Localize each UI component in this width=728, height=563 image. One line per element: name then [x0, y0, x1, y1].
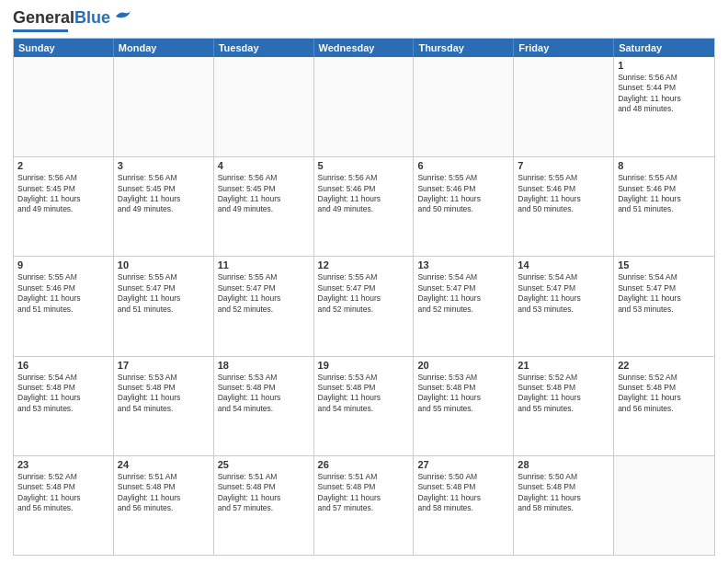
- day-cell-22: 22Sunrise: 5:52 AMSunset: 5:48 PMDayligh…: [614, 357, 714, 455]
- day-info: Sunrise: 5:54 AMSunset: 5:47 PMDaylight:…: [618, 272, 711, 315]
- day-info: Sunrise: 5:51 AMSunset: 5:48 PMDaylight:…: [318, 472, 410, 514]
- day-cell-13: 13Sunrise: 5:54 AMSunset: 5:47 PMDayligh…: [414, 257, 514, 355]
- day-number: 22: [618, 360, 711, 371]
- day-number: 11: [218, 259, 310, 270]
- day-number: 25: [218, 459, 310, 470]
- day-info: Sunrise: 5:55 AMSunset: 5:46 PMDaylight:…: [518, 173, 609, 215]
- weekday-header-monday: Monday: [114, 39, 214, 57]
- day-number: 28: [518, 459, 609, 470]
- day-cell-23: 23Sunrise: 5:52 AMSunset: 5:48 PMDayligh…: [14, 456, 114, 555]
- day-cell-1: 1Sunrise: 5:56 AMSunset: 5:44 PMDaylight…: [614, 57, 714, 156]
- calendar-row-3: 9Sunrise: 5:55 AMSunset: 5:46 PMDaylight…: [14, 256, 714, 355]
- day-info: Sunrise: 5:56 AMSunset: 5:44 PMDaylight:…: [618, 73, 711, 115]
- day-number: 12: [318, 259, 410, 270]
- day-cell-empty: [614, 456, 714, 555]
- day-info: Sunrise: 5:51 AMSunset: 5:48 PMDaylight:…: [118, 472, 210, 514]
- day-info: Sunrise: 5:55 AMSunset: 5:46 PMDaylight:…: [417, 173, 509, 215]
- day-number: 18: [218, 360, 310, 371]
- day-cell-2: 2Sunrise: 5:56 AMSunset: 5:45 PMDaylight…: [14, 157, 114, 256]
- day-number: 1: [618, 60, 711, 71]
- weekday-header-tuesday: Tuesday: [214, 39, 314, 57]
- day-info: Sunrise: 5:51 AMSunset: 5:48 PMDaylight:…: [218, 472, 310, 514]
- day-number: 8: [618, 160, 711, 171]
- day-cell-16: 16Sunrise: 5:54 AMSunset: 5:48 PMDayligh…: [14, 357, 114, 455]
- day-number: 23: [17, 459, 109, 470]
- calendar-row-2: 2Sunrise: 5:56 AMSunset: 5:45 PMDaylight…: [14, 156, 714, 256]
- weekday-header-sunday: Sunday: [14, 39, 114, 57]
- day-cell-21: 21Sunrise: 5:52 AMSunset: 5:48 PMDayligh…: [514, 357, 614, 455]
- day-cell-empty: [414, 57, 514, 156]
- day-cell-7: 7Sunrise: 5:55 AMSunset: 5:46 PMDaylight…: [514, 157, 614, 256]
- weekday-header-saturday: Saturday: [614, 39, 714, 57]
- day-number: 5: [318, 160, 410, 171]
- logo-underline: [13, 29, 68, 32]
- day-number: 16: [17, 360, 109, 371]
- weekday-header-friday: Friday: [514, 39, 614, 57]
- day-info: Sunrise: 5:53 AMSunset: 5:48 PMDaylight:…: [118, 373, 210, 415]
- day-cell-6: 6Sunrise: 5:55 AMSunset: 5:46 PMDaylight…: [414, 157, 514, 256]
- day-number: 21: [518, 360, 609, 371]
- day-cell-9: 9Sunrise: 5:55 AMSunset: 5:46 PMDaylight…: [14, 257, 114, 355]
- day-cell-15: 15Sunrise: 5:54 AMSunset: 5:47 PMDayligh…: [614, 257, 714, 355]
- logo-general: General: [13, 8, 74, 27]
- day-number: 13: [417, 259, 509, 270]
- day-number: 24: [118, 459, 210, 470]
- day-info: Sunrise: 5:52 AMSunset: 5:48 PMDaylight:…: [618, 373, 711, 415]
- day-cell-18: 18Sunrise: 5:53 AMSunset: 5:48 PMDayligh…: [214, 357, 314, 455]
- day-cell-19: 19Sunrise: 5:53 AMSunset: 5:48 PMDayligh…: [314, 357, 415, 455]
- day-info: Sunrise: 5:53 AMSunset: 5:48 PMDaylight:…: [318, 373, 410, 415]
- day-info: Sunrise: 5:54 AMSunset: 5:47 PMDaylight:…: [417, 272, 509, 315]
- day-cell-12: 12Sunrise: 5:55 AMSunset: 5:47 PMDayligh…: [314, 257, 415, 355]
- logo: GeneralBlue: [13, 9, 132, 32]
- day-number: 15: [618, 259, 711, 270]
- day-info: Sunrise: 5:55 AMSunset: 5:46 PMDaylight:…: [618, 173, 711, 215]
- day-info: Sunrise: 5:56 AMSunset: 5:45 PMDaylight:…: [118, 173, 210, 215]
- day-cell-5: 5Sunrise: 5:56 AMSunset: 5:46 PMDaylight…: [314, 157, 415, 256]
- day-number: 6: [417, 160, 509, 171]
- calendar-body: 1Sunrise: 5:56 AMSunset: 5:44 PMDaylight…: [14, 57, 714, 555]
- day-number: 3: [118, 160, 210, 171]
- day-cell-27: 27Sunrise: 5:50 AMSunset: 5:48 PMDayligh…: [414, 456, 514, 555]
- day-number: 9: [17, 259, 109, 270]
- day-info: Sunrise: 5:50 AMSunset: 5:48 PMDaylight:…: [417, 472, 509, 514]
- day-cell-28: 28Sunrise: 5:50 AMSunset: 5:48 PMDayligh…: [514, 456, 614, 555]
- day-cell-4: 4Sunrise: 5:56 AMSunset: 5:45 PMDaylight…: [214, 157, 314, 256]
- calendar-row-5: 23Sunrise: 5:52 AMSunset: 5:48 PMDayligh…: [14, 455, 714, 555]
- day-number: 4: [218, 160, 310, 171]
- page: GeneralBlue SundayMondayTuesdayWednesday…: [0, 0, 728, 563]
- logo-text: GeneralBlue: [13, 9, 110, 28]
- day-cell-empty: [14, 57, 114, 156]
- logo-bird-icon: [112, 9, 132, 24]
- calendar-row-1: 1Sunrise: 5:56 AMSunset: 5:44 PMDaylight…: [14, 57, 714, 156]
- day-cell-26: 26Sunrise: 5:51 AMSunset: 5:48 PMDayligh…: [314, 456, 415, 555]
- calendar: SundayMondayTuesdayWednesdayThursdayFrid…: [13, 38, 715, 556]
- day-number: 27: [417, 459, 509, 470]
- day-cell-8: 8Sunrise: 5:55 AMSunset: 5:46 PMDaylight…: [614, 157, 714, 256]
- day-cell-17: 17Sunrise: 5:53 AMSunset: 5:48 PMDayligh…: [114, 357, 214, 455]
- day-number: 10: [118, 259, 210, 270]
- day-info: Sunrise: 5:56 AMSunset: 5:46 PMDaylight:…: [318, 173, 410, 215]
- day-number: 14: [518, 259, 609, 270]
- logo-blue: Blue: [74, 8, 110, 27]
- day-cell-20: 20Sunrise: 5:53 AMSunset: 5:48 PMDayligh…: [414, 357, 514, 455]
- day-cell-3: 3Sunrise: 5:56 AMSunset: 5:45 PMDaylight…: [114, 157, 214, 256]
- header: GeneralBlue: [13, 9, 715, 32]
- day-info: Sunrise: 5:54 AMSunset: 5:48 PMDaylight:…: [17, 373, 109, 415]
- day-info: Sunrise: 5:53 AMSunset: 5:48 PMDaylight:…: [417, 373, 509, 415]
- day-number: 17: [118, 360, 210, 371]
- day-info: Sunrise: 5:55 AMSunset: 5:47 PMDaylight:…: [318, 272, 410, 315]
- day-cell-25: 25Sunrise: 5:51 AMSunset: 5:48 PMDayligh…: [214, 456, 314, 555]
- day-cell-11: 11Sunrise: 5:55 AMSunset: 5:47 PMDayligh…: [214, 257, 314, 355]
- day-number: 2: [17, 160, 109, 171]
- day-info: Sunrise: 5:53 AMSunset: 5:48 PMDaylight:…: [218, 373, 310, 415]
- day-info: Sunrise: 5:54 AMSunset: 5:47 PMDaylight:…: [518, 272, 609, 315]
- day-number: 7: [518, 160, 609, 171]
- day-info: Sunrise: 5:52 AMSunset: 5:48 PMDaylight:…: [17, 472, 109, 514]
- day-number: 19: [318, 360, 410, 371]
- day-info: Sunrise: 5:56 AMSunset: 5:45 PMDaylight:…: [17, 173, 109, 215]
- weekday-header-thursday: Thursday: [414, 39, 514, 57]
- day-info: Sunrise: 5:55 AMSunset: 5:46 PMDaylight:…: [17, 272, 109, 315]
- calendar-header: SundayMondayTuesdayWednesdayThursdayFrid…: [14, 39, 714, 57]
- day-cell-24: 24Sunrise: 5:51 AMSunset: 5:48 PMDayligh…: [114, 456, 214, 555]
- calendar-row-4: 16Sunrise: 5:54 AMSunset: 5:48 PMDayligh…: [14, 356, 714, 455]
